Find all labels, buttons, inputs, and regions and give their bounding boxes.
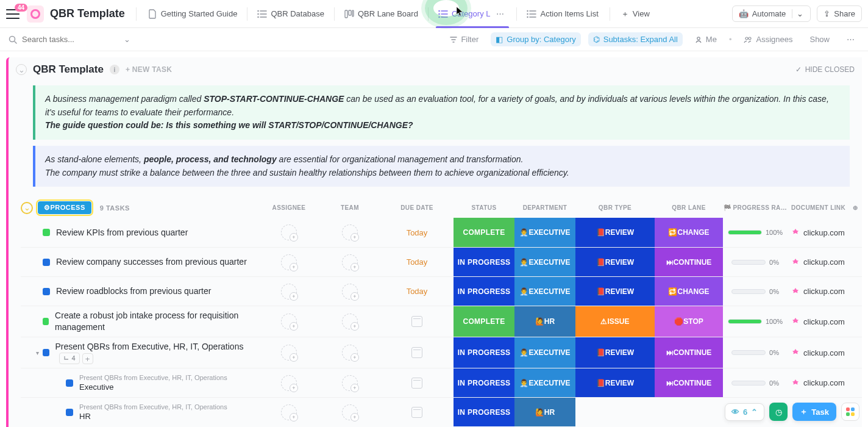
team-cell[interactable] [319, 337, 380, 368]
department-cell[interactable]: 👨‍💼EXECUTIVE [514, 248, 575, 276]
qbr-type[interactable]: 📕REVIEW [575, 368, 655, 397]
status-square[interactable] [43, 259, 50, 266]
filter-button[interactable]: Filter [445, 32, 483, 46]
add-column-button[interactable]: ⊕ [848, 204, 862, 211]
team-cell[interactable] [319, 398, 380, 426]
qbr-lane[interactable]: 🔁CHANGE [655, 277, 723, 306]
new-task-button[interactable]: + NEW TASK [126, 65, 172, 74]
tab-getting-started-guide[interactable]: Getting Started Guide [141, 0, 244, 27]
qbr-type[interactable]: 📕REVIEW [575, 218, 655, 247]
status-square[interactable] [43, 288, 50, 295]
document-link[interactable]: clickup.com [788, 277, 848, 306]
assignees-filter[interactable]: Assignees [739, 32, 797, 46]
tab-qbr-database[interactable]: QBR Database [251, 0, 330, 27]
tab-category-l[interactable]: Category L⋯ [432, 0, 513, 27]
tab-action-items-list[interactable]: Action Items List [521, 0, 604, 27]
document-link[interactable]: clickup.com [788, 218, 848, 247]
team-cell[interactable] [319, 306, 380, 337]
progress-cell[interactable]: 0% [723, 248, 788, 276]
qbr-type[interactable]: ⚠ISSUE [575, 306, 655, 337]
col-lane[interactable]: QBR LANE [655, 204, 723, 211]
qbr-type[interactable]: 📕REVIEW [575, 248, 655, 276]
progress-cell[interactable]: 100% [723, 306, 788, 337]
qbr-lane[interactable]: 🛑STOP [655, 306, 723, 337]
assignee-cell[interactable] [258, 368, 319, 397]
document-link[interactable]: clickup.com [788, 248, 848, 276]
task-row[interactable]: Present QBRs from Executive, HR, IT, Ope… [21, 368, 862, 397]
due-date[interactable]: Today [380, 277, 454, 306]
team-cell[interactable] [319, 248, 380, 276]
col-qtype[interactable]: QBR TYPE [575, 204, 655, 211]
document-link[interactable]: clickup.com [788, 368, 848, 397]
new-task-fab[interactable]: ＋ Task [792, 403, 836, 421]
assignee-cell[interactable] [258, 337, 319, 368]
chevron-down-icon[interactable]: ⌄ [792, 9, 804, 18]
qbr-type[interactable] [575, 398, 655, 426]
qbr-lane[interactable]: ⏭CONTINUE [655, 248, 723, 276]
status-square[interactable] [43, 349, 49, 356]
due-date[interactable]: Today [380, 248, 454, 276]
due-date[interactable] [380, 337, 454, 368]
progress-cell[interactable]: 0% [723, 277, 788, 306]
department-cell[interactable]: 👨‍💼EXECUTIVE [514, 368, 575, 397]
assignee-cell[interactable] [258, 306, 319, 337]
qbr-type[interactable]: 📕REVIEW [575, 337, 655, 368]
task-row[interactable]: Review roadblocks from previous quarterT… [21, 276, 862, 306]
add-view-button[interactable]: ＋ View [615, 9, 656, 20]
assignee-cell[interactable] [258, 398, 319, 426]
subtasks-button[interactable]: ⌬ Subtasks: Expand All [588, 32, 683, 46]
col-status[interactable]: STATUS [454, 204, 514, 211]
more-button[interactable]: ⋯ [842, 32, 859, 46]
group-by-button[interactable]: ◧ Group by: Category [491, 32, 580, 46]
me-filter[interactable]: Me [690, 32, 722, 46]
share-button[interactable]: ⇪ Share [817, 5, 862, 22]
apps-button[interactable] [841, 403, 859, 421]
due-date[interactable]: Today [380, 218, 454, 247]
task-row[interactable]: Review company successes from previous q… [21, 247, 862, 276]
team-cell[interactable] [319, 277, 380, 306]
group-collapse-button[interactable]: ⌄ [21, 202, 33, 214]
col-due[interactable]: DUE DATE [380, 204, 454, 211]
qbr-lane[interactable] [655, 398, 723, 426]
tab-qbr-lane-board[interactable]: QBR Lane Board [338, 0, 424, 27]
col-doc[interactable]: DOCUMENT LINK [788, 204, 848, 211]
status-square[interactable] [43, 229, 50, 236]
qbr-lane[interactable]: 🔁CHANGE [655, 218, 723, 247]
document-link[interactable]: clickup.com [788, 306, 848, 337]
col-assignee[interactable]: ASSIGNEE [258, 204, 319, 211]
tab-options[interactable]: ⋯ [494, 9, 507, 18]
assignee-cell[interactable] [258, 218, 319, 247]
assignee-cell[interactable] [258, 248, 319, 276]
search-input[interactable] [22, 35, 95, 44]
subtask-count[interactable]: 4 [59, 353, 80, 364]
search-box[interactable]: ⌄ [9, 35, 130, 44]
timer-button[interactable]: ◷ [769, 403, 788, 421]
info-icon[interactable]: i [110, 65, 119, 74]
department-cell[interactable]: 👨‍💼EXECUTIVE [514, 337, 575, 368]
status-cell[interactable]: IN PROGRESS [454, 337, 514, 368]
collapse-list-button[interactable]: ⌄ [16, 64, 27, 75]
progress-cell[interactable]: 100% [723, 218, 788, 247]
menu-button[interactable]: 44 [6, 9, 20, 20]
automate-button[interactable]: 🤖 Automate ⌄ [732, 5, 811, 22]
status-cell[interactable]: COMPLETE [454, 306, 514, 337]
qbr-lane[interactable]: ⏭CONTINUE [655, 368, 723, 397]
assignee-cell[interactable] [258, 277, 319, 306]
department-cell[interactable]: 🙋HR [514, 306, 575, 337]
space-icon[interactable] [27, 5, 44, 23]
col-progress[interactable]: 🏁 PROGRESS RA… [723, 204, 788, 211]
department-cell[interactable]: 👨‍💼EXECUTIVE [514, 218, 575, 247]
status-cell[interactable]: IN PROGRESS [454, 277, 514, 306]
due-date[interactable] [380, 306, 454, 337]
status-cell[interactable]: IN PROGRESS [454, 398, 514, 426]
status-cell[interactable]: IN PROGRESS [454, 368, 514, 397]
status-square[interactable] [66, 409, 73, 416]
status-cell[interactable]: COMPLETE [454, 218, 514, 247]
team-cell[interactable] [319, 218, 380, 247]
department-cell[interactable]: 🙋HR [514, 398, 575, 426]
task-row[interactable]: Create a robust job intake process for r… [21, 306, 862, 337]
expand-button[interactable]: ▾ [36, 350, 39, 356]
task-row[interactable]: Review KPIs from previous quarterTodayCO… [21, 218, 862, 247]
group-chip[interactable]: ⚙PROCESS [38, 201, 91, 214]
hide-closed-button[interactable]: ✓ HIDE CLOSED [795, 65, 855, 74]
